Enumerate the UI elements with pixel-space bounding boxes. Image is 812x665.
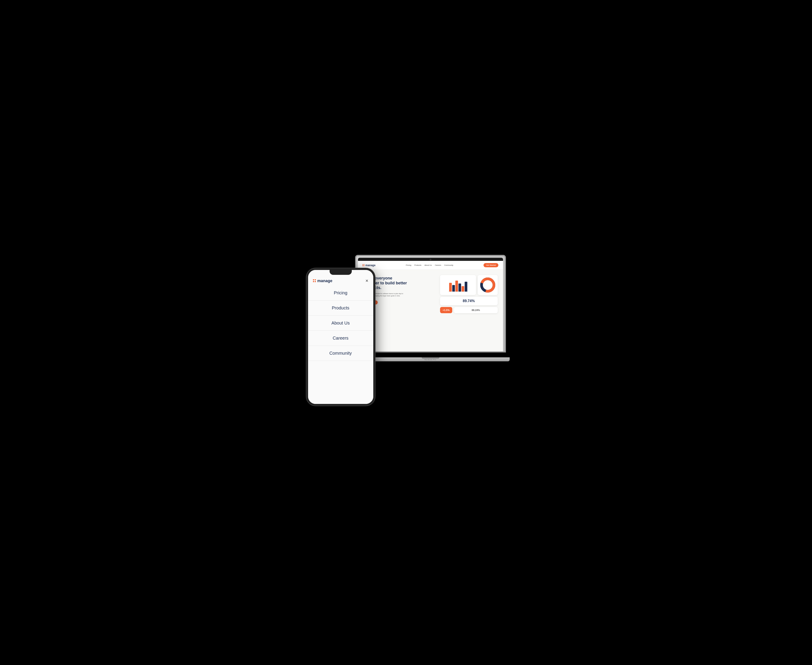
- phone-nav-products[interactable]: Products: [308, 301, 373, 316]
- primary-stat-value: 89.74%: [463, 299, 475, 303]
- laptop-base: MacBook Pro: [351, 357, 510, 361]
- svg-rect-0: [449, 283, 452, 292]
- bar-chart-card: [440, 275, 476, 295]
- secondary-stat-value: 88.24%: [472, 309, 480, 311]
- phone-nav-pricing-label: Pricing: [334, 290, 347, 295]
- laptop-nav-pricing[interactable]: Pricing: [406, 264, 411, 266]
- laptop-device: manage Pricing Products About Us Careers…: [355, 255, 506, 361]
- laptop-logo: manage: [362, 264, 375, 267]
- phone-notch: [330, 270, 352, 275]
- laptop-website: manage Pricing Products About Us Careers…: [358, 261, 503, 351]
- phone-screen: manage × Pricing Products About Us: [308, 270, 373, 404]
- svg-rect-2: [455, 281, 458, 292]
- laptop-nav-products[interactable]: Products: [414, 264, 421, 266]
- phone-logo: manage: [313, 278, 332, 283]
- phone-nav-about-label: About Us: [331, 321, 350, 326]
- svg-rect-4: [462, 286, 464, 292]
- laptop-nav-cta-button[interactable]: Get Started: [483, 263, 498, 267]
- badge-stat-card: +1.5%: [440, 307, 452, 313]
- close-button[interactable]: ×: [365, 278, 368, 283]
- laptop-brand-label: MacBook Pro: [424, 359, 436, 360]
- laptop-camera: [430, 259, 431, 260]
- charts-bottom-row: 89.74%: [440, 297, 498, 305]
- logo-dot: [315, 279, 316, 280]
- phone-nav-careers[interactable]: Careers: [308, 331, 373, 346]
- laptop-logo-dots-icon: [362, 264, 365, 266]
- badge-stat-value: +1.5%: [443, 309, 450, 311]
- svg-rect-5: [465, 282, 467, 292]
- phone-nav-about[interactable]: About Us: [308, 316, 373, 331]
- primary-stat-card: 89.74%: [440, 297, 498, 305]
- laptop-charts: 89.74% +1.5% 88.24%: [440, 275, 498, 313]
- secondary-stat-card: 88.24%: [454, 307, 498, 313]
- phone-device: manage × Pricing Products About Us: [306, 268, 375, 406]
- phone-nav-products-label: Products: [332, 305, 349, 311]
- phone-shell: manage × Pricing Products About Us: [306, 268, 375, 406]
- laptop-lid: manage Pricing Products About Us Careers…: [355, 255, 506, 352]
- phone-nav-pricing[interactable]: Pricing: [308, 285, 373, 301]
- logo-dots-icon: [313, 279, 316, 282]
- charts-top-row: [440, 275, 498, 295]
- laptop-screen: manage Pricing Products About Us Careers…: [358, 261, 503, 351]
- laptop-nav-careers[interactable]: Careers: [435, 264, 441, 266]
- donut-chart-icon: [480, 277, 496, 293]
- logo-dot: [315, 281, 316, 282]
- svg-rect-1: [452, 285, 455, 292]
- scene: manage × Pricing Products About Us: [306, 255, 506, 410]
- logo-dot: [313, 279, 314, 280]
- phone-nav-community-label: Community: [329, 351, 352, 356]
- bar-chart-icon: [442, 277, 474, 293]
- phone-header: manage ×: [308, 276, 373, 285]
- laptop-nav-about[interactable]: About Us: [424, 264, 432, 266]
- charts-badge-row: +1.5% 88.24%: [440, 307, 498, 313]
- laptop-nav: manage Pricing Products About Us Careers…: [358, 261, 503, 270]
- laptop-bezel: manage Pricing Products About Us Careers…: [358, 258, 503, 351]
- logo-dot: [313, 281, 314, 282]
- laptop-nav-community[interactable]: Community: [444, 264, 453, 266]
- phone-navigation: Pricing Products About Us Careers Commun…: [308, 285, 373, 404]
- laptop-logo-text: manage: [365, 264, 375, 267]
- laptop-base-notch: [422, 357, 439, 359]
- laptop-hero: Bring everyone together to build better …: [358, 270, 503, 351]
- phone-nav-careers-label: Careers: [333, 336, 349, 341]
- donut-chart-card: [478, 275, 498, 295]
- svg-rect-3: [458, 283, 461, 292]
- laptop-nav-links: Pricing Products About Us Careers Commun…: [406, 264, 453, 266]
- phone-nav-community[interactable]: Community: [308, 346, 373, 361]
- phone-logo-text: manage: [318, 278, 332, 283]
